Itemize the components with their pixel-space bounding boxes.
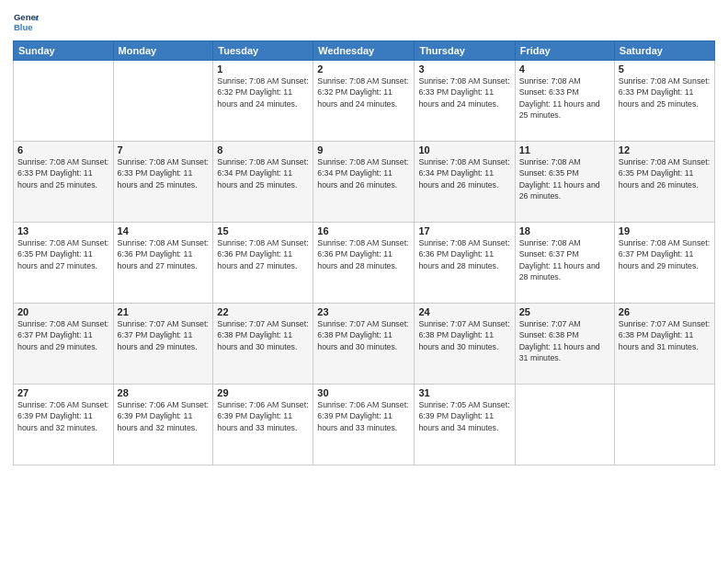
day-number: 7 bbox=[118, 144, 210, 155]
calendar-cell: 15Sunrise: 7:08 AM Sunset: 6:36 PM Dayli… bbox=[213, 223, 313, 304]
day-info: Sunrise: 7:08 AM Sunset: 6:34 PM Dayligh… bbox=[217, 156, 309, 190]
day-info: Sunrise: 7:08 AM Sunset: 6:37 PM Dayligh… bbox=[17, 318, 109, 352]
calendar-cell: 29Sunrise: 7:06 AM Sunset: 6:39 PM Dayli… bbox=[213, 385, 313, 465]
calendar-cell: 25Sunrise: 7:07 AM Sunset: 6:38 PM Dayli… bbox=[515, 304, 614, 385]
column-header-sunday: Sunday bbox=[14, 41, 114, 61]
day-info: Sunrise: 7:06 AM Sunset: 6:39 PM Dayligh… bbox=[118, 399, 210, 433]
calendar-cell: 22Sunrise: 7:07 AM Sunset: 6:38 PM Dayli… bbox=[213, 304, 313, 385]
day-number: 21 bbox=[118, 306, 210, 317]
day-number: 14 bbox=[118, 225, 210, 236]
day-info: Sunrise: 7:05 AM Sunset: 6:39 PM Dayligh… bbox=[418, 399, 510, 433]
day-number: 22 bbox=[217, 306, 309, 317]
calendar-cell: 16Sunrise: 7:08 AM Sunset: 6:36 PM Dayli… bbox=[313, 223, 415, 304]
day-number: 4 bbox=[519, 63, 610, 75]
day-number: 26 bbox=[619, 306, 711, 317]
calendar-cell: 23Sunrise: 7:07 AM Sunset: 6:38 PM Dayli… bbox=[313, 304, 415, 385]
calendar-week-row: 6Sunrise: 7:08 AM Sunset: 6:33 PM Daylig… bbox=[14, 142, 715, 223]
day-number: 6 bbox=[17, 144, 109, 155]
day-info: Sunrise: 7:08 AM Sunset: 6:34 PM Dayligh… bbox=[317, 156, 410, 190]
day-number: 23 bbox=[317, 306, 410, 317]
day-info: Sunrise: 7:08 AM Sunset: 6:36 PM Dayligh… bbox=[217, 237, 309, 271]
calendar-week-row: 20Sunrise: 7:08 AM Sunset: 6:37 PM Dayli… bbox=[14, 304, 715, 385]
day-info: Sunrise: 7:08 AM Sunset: 6:32 PM Dayligh… bbox=[317, 75, 410, 109]
day-number: 11 bbox=[519, 144, 610, 155]
day-number: 17 bbox=[418, 225, 510, 236]
day-info: Sunrise: 7:08 AM Sunset: 6:33 PM Dayligh… bbox=[519, 75, 610, 121]
column-header-thursday: Thursday bbox=[415, 41, 515, 61]
day-number: 19 bbox=[619, 225, 711, 236]
day-number: 2 bbox=[317, 63, 410, 75]
day-number: 25 bbox=[519, 306, 610, 317]
calendar-cell: 18Sunrise: 7:08 AM Sunset: 6:37 PM Dayli… bbox=[515, 223, 614, 304]
calendar-cell: 17Sunrise: 7:08 AM Sunset: 6:36 PM Dayli… bbox=[415, 223, 515, 304]
day-number: 28 bbox=[118, 387, 210, 398]
calendar-cell: 20Sunrise: 7:08 AM Sunset: 6:37 PM Dayli… bbox=[14, 304, 114, 385]
column-header-tuesday: Tuesday bbox=[213, 41, 313, 61]
day-number: 18 bbox=[519, 225, 610, 236]
calendar: SundayMondayTuesdayWednesdayThursdayFrid… bbox=[13, 40, 715, 465]
calendar-cell bbox=[113, 61, 213, 142]
calendar-cell: 21Sunrise: 7:07 AM Sunset: 6:37 PM Dayli… bbox=[113, 304, 213, 385]
calendar-cell bbox=[614, 385, 714, 465]
svg-text:Blue: Blue bbox=[14, 22, 33, 32]
day-info: Sunrise: 7:08 AM Sunset: 6:33 PM Dayligh… bbox=[619, 75, 711, 109]
calendar-cell: 1Sunrise: 7:08 AM Sunset: 6:32 PM Daylig… bbox=[213, 61, 313, 142]
day-info: Sunrise: 7:08 AM Sunset: 6:37 PM Dayligh… bbox=[619, 237, 711, 271]
calendar-cell bbox=[14, 61, 114, 142]
day-number: 16 bbox=[317, 225, 410, 236]
calendar-cell: 11Sunrise: 7:08 AM Sunset: 6:35 PM Dayli… bbox=[515, 142, 614, 223]
day-number: 10 bbox=[418, 144, 510, 155]
day-info: Sunrise: 7:06 AM Sunset: 6:39 PM Dayligh… bbox=[17, 399, 109, 433]
column-header-friday: Friday bbox=[515, 41, 614, 61]
calendar-cell: 4Sunrise: 7:08 AM Sunset: 6:33 PM Daylig… bbox=[515, 61, 614, 142]
day-number: 15 bbox=[217, 225, 309, 236]
day-number: 12 bbox=[619, 144, 711, 155]
header: General Blue bbox=[13, 9, 715, 35]
calendar-cell bbox=[515, 385, 614, 465]
day-info: Sunrise: 7:08 AM Sunset: 6:36 PM Dayligh… bbox=[317, 237, 410, 271]
day-info: Sunrise: 7:08 AM Sunset: 6:35 PM Dayligh… bbox=[17, 237, 109, 271]
day-info: Sunrise: 7:08 AM Sunset: 6:32 PM Dayligh… bbox=[217, 75, 309, 109]
day-info: Sunrise: 7:08 AM Sunset: 6:37 PM Dayligh… bbox=[519, 237, 610, 282]
day-info: Sunrise: 7:07 AM Sunset: 6:38 PM Dayligh… bbox=[317, 318, 410, 352]
calendar-cell: 24Sunrise: 7:07 AM Sunset: 6:38 PM Dayli… bbox=[415, 304, 515, 385]
column-header-wednesday: Wednesday bbox=[313, 41, 415, 61]
day-info: Sunrise: 7:07 AM Sunset: 6:38 PM Dayligh… bbox=[619, 318, 711, 352]
day-info: Sunrise: 7:08 AM Sunset: 6:35 PM Dayligh… bbox=[519, 156, 610, 201]
day-info: Sunrise: 7:08 AM Sunset: 6:33 PM Dayligh… bbox=[17, 156, 109, 190]
day-number: 31 bbox=[418, 387, 510, 398]
day-number: 5 bbox=[619, 63, 711, 75]
logo: General Blue bbox=[13, 9, 39, 35]
calendar-cell: 26Sunrise: 7:07 AM Sunset: 6:38 PM Dayli… bbox=[614, 304, 714, 385]
calendar-cell: 10Sunrise: 7:08 AM Sunset: 6:34 PM Dayli… bbox=[415, 142, 515, 223]
day-info: Sunrise: 7:07 AM Sunset: 6:38 PM Dayligh… bbox=[519, 318, 610, 363]
calendar-week-row: 1Sunrise: 7:08 AM Sunset: 6:32 PM Daylig… bbox=[14, 61, 715, 142]
day-info: Sunrise: 7:08 AM Sunset: 6:35 PM Dayligh… bbox=[619, 156, 711, 190]
day-number: 27 bbox=[17, 387, 109, 398]
day-number: 3 bbox=[418, 63, 510, 75]
calendar-week-row: 13Sunrise: 7:08 AM Sunset: 6:35 PM Dayli… bbox=[14, 223, 715, 304]
svg-text:General: General bbox=[14, 12, 39, 22]
calendar-cell: 14Sunrise: 7:08 AM Sunset: 6:36 PM Dayli… bbox=[113, 223, 213, 304]
column-header-monday: Monday bbox=[113, 41, 213, 61]
calendar-cell: 6Sunrise: 7:08 AM Sunset: 6:33 PM Daylig… bbox=[14, 142, 114, 223]
calendar-cell: 12Sunrise: 7:08 AM Sunset: 6:35 PM Dayli… bbox=[614, 142, 714, 223]
calendar-cell: 19Sunrise: 7:08 AM Sunset: 6:37 PM Dayli… bbox=[614, 223, 714, 304]
day-info: Sunrise: 7:07 AM Sunset: 6:38 PM Dayligh… bbox=[217, 318, 309, 352]
day-info: Sunrise: 7:07 AM Sunset: 6:37 PM Dayligh… bbox=[118, 318, 210, 352]
day-number: 20 bbox=[17, 306, 109, 317]
logo-icon: General Blue bbox=[13, 9, 39, 35]
calendar-week-row: 27Sunrise: 7:06 AM Sunset: 6:39 PM Dayli… bbox=[14, 385, 715, 465]
calendar-header-row: SundayMondayTuesdayWednesdayThursdayFrid… bbox=[14, 41, 715, 61]
day-info: Sunrise: 7:08 AM Sunset: 6:36 PM Dayligh… bbox=[418, 237, 510, 271]
column-header-saturday: Saturday bbox=[614, 41, 714, 61]
day-info: Sunrise: 7:08 AM Sunset: 6:36 PM Dayligh… bbox=[118, 237, 210, 271]
day-number: 13 bbox=[17, 225, 109, 236]
calendar-cell: 28Sunrise: 7:06 AM Sunset: 6:39 PM Dayli… bbox=[113, 385, 213, 465]
calendar-cell: 5Sunrise: 7:08 AM Sunset: 6:33 PM Daylig… bbox=[614, 61, 714, 142]
calendar-cell: 9Sunrise: 7:08 AM Sunset: 6:34 PM Daylig… bbox=[313, 142, 415, 223]
day-number: 30 bbox=[317, 387, 410, 398]
day-info: Sunrise: 7:06 AM Sunset: 6:39 PM Dayligh… bbox=[317, 399, 410, 433]
day-info: Sunrise: 7:07 AM Sunset: 6:38 PM Dayligh… bbox=[418, 318, 510, 352]
calendar-cell: 3Sunrise: 7:08 AM Sunset: 6:33 PM Daylig… bbox=[415, 61, 515, 142]
